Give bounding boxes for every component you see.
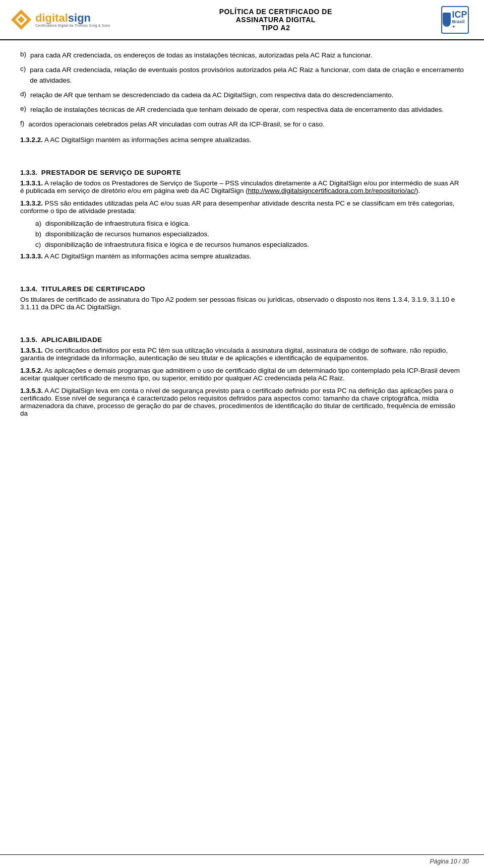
section-133-heading: 1.3.3. Prestador de Serviço de Suporte bbox=[20, 169, 464, 176]
section-134-body: Os titulares de certificado de assinatur… bbox=[20, 296, 455, 311]
section-133-title: Prestador de Serviço de Suporte bbox=[41, 169, 182, 176]
list-content-b: para cada AR credenciada, os endereços d… bbox=[30, 50, 464, 61]
list-label-b: b) bbox=[20, 50, 26, 61]
icp-logo: ICP Brasil ✦ bbox=[441, 6, 469, 34]
list-label-c: c) bbox=[20, 65, 26, 86]
header-title: Política de Certificado de Assinatura Di… bbox=[110, 8, 441, 32]
list-item-d: d) relação de AR que tenham se descreden… bbox=[20, 90, 464, 101]
section-1332-number: 1.3.3.2. bbox=[20, 199, 43, 207]
logo-sign: sign bbox=[68, 12, 91, 24]
list-content-c: para cada AR credenciada, relação de eve… bbox=[30, 65, 464, 86]
page: digitalsign Certificadora Digital da Tho… bbox=[0, 0, 484, 868]
title-line1: Política de Certificado de bbox=[120, 8, 431, 16]
list-label-e: e) bbox=[20, 105, 26, 115]
section-135-number: 1.3.5. bbox=[20, 336, 37, 344]
sub-label-b: b) bbox=[35, 230, 41, 238]
list-item-c: c) para cada AR credenciada, relação de … bbox=[20, 65, 464, 86]
list-item-f: f) acordos operacionais celebrados pelas… bbox=[20, 119, 464, 130]
sub-content-b: disponibilização de recursos humanos esp… bbox=[45, 230, 209, 238]
section-133-number: 1.3.3. bbox=[20, 169, 37, 176]
section-1332: 1.3.3.2. PSS são entidades utilizadas pe… bbox=[20, 199, 464, 215]
section-1352: 1.3.5.2. As aplicações e demais programa… bbox=[20, 367, 464, 382]
footer-page-number: Página 10 / 30 bbox=[430, 858, 469, 865]
sub-content-a: disponibilização de infraestrutura físic… bbox=[45, 220, 190, 227]
sub-list-item-b: b) disponibilização de recursos humanos … bbox=[35, 230, 464, 238]
title-line3: Tipo A2 bbox=[120, 24, 431, 32]
spacer-2 bbox=[20, 265, 464, 274]
sub-list-item-c: c) disponibilização de infraestrutura fí… bbox=[35, 241, 464, 248]
header: digitalsign Certificadora Digital da Tho… bbox=[0, 0, 484, 40]
footer: Página 10 / 30 bbox=[0, 854, 484, 868]
section-1322: 1.3.2.2. A AC DigitalSign mantém as info… bbox=[20, 136, 464, 144]
title-line2: Assinatura Digital bbox=[120, 16, 431, 24]
section-1351-body: Os certificados definidos por esta PC tê… bbox=[20, 347, 448, 362]
section-1353-number: 1.3.5.3. bbox=[20, 387, 43, 394]
content: b) para cada AR credenciada, os endereço… bbox=[0, 40, 484, 452]
sub-label-a: a) bbox=[35, 220, 41, 227]
section-134-text: Os titulares de certificado de assinatur… bbox=[20, 296, 464, 311]
sub-label-c: c) bbox=[35, 241, 41, 248]
list-content-f: acordos operacionais celebrados pelas AR… bbox=[28, 119, 464, 130]
sub-list-item-a: a) disponibilização de infraestrutura fí… bbox=[35, 220, 464, 227]
section-1333-body: A AC DigitalSign mantém as informações a… bbox=[44, 252, 251, 260]
section-1352-number: 1.3.5.2. bbox=[20, 367, 43, 374]
section-135-title: Aplicabilidade bbox=[41, 336, 102, 344]
section-1322-body: A AC DigitalSign mantém as informações a… bbox=[44, 136, 251, 144]
icp-brasil: Brasil bbox=[452, 19, 464, 24]
section-1331-text: A relação de todos os Prestadores de Ser… bbox=[20, 179, 459, 194]
header-logo: digitalsign Certificadora Digital da Tho… bbox=[10, 9, 110, 31]
list-content-d: relação de AR que tenham se descredencia… bbox=[30, 90, 464, 101]
logo-icon bbox=[10, 9, 32, 31]
section-135-heading: 1.3.5. Aplicabilidade bbox=[20, 336, 464, 344]
section-134-number: 1.3.4. bbox=[20, 285, 37, 293]
digitalsign-logo: digitalsign Certificadora Digital da Tho… bbox=[10, 9, 110, 31]
list-content-e: relação de instalações técnicas de AR cr… bbox=[30, 105, 464, 115]
list-item-b: b) para cada AR credenciada, os endereço… bbox=[20, 50, 464, 61]
section-1353-body: A AC DigitalSign leva em conta o nível d… bbox=[20, 387, 455, 417]
section-1351: 1.3.5.1. Os certificados definidos por e… bbox=[20, 347, 464, 362]
section-1352-body: As aplicações e demais programas que adm… bbox=[20, 367, 460, 382]
section-1333: 1.3.3.3. A AC DigitalSign mantém as info… bbox=[20, 252, 464, 260]
section-1333-number: 1.3.3.3. bbox=[20, 252, 43, 260]
spacer-3 bbox=[20, 316, 464, 325]
list-label-f: f) bbox=[20, 119, 24, 130]
section-1331-link[interactable]: http://www.digitalsigncertificadora.com.… bbox=[248, 187, 416, 194]
section-134-title: Titulares de Certificado bbox=[41, 285, 145, 293]
section-1332-body: PSS são entidades utilizadas pela AC e/o… bbox=[20, 199, 455, 215]
icp-stars: ✦ bbox=[452, 24, 456, 29]
icp-logo-container: ICP Brasil ✦ bbox=[441, 6, 469, 34]
section-1353: 1.3.5.3. A AC DigitalSign leva em conta … bbox=[20, 387, 464, 417]
section-1351-number: 1.3.5.1. bbox=[20, 347, 43, 354]
icp-text: ICP bbox=[452, 10, 467, 19]
logo-subtitle: Certificadora Digital da Thomas Greg & S… bbox=[35, 24, 110, 27]
section-134-heading: 1.3.4. Titulares de Certificado bbox=[20, 285, 464, 293]
section-1331-number: 1.3.3.1. bbox=[20, 179, 43, 187]
list-label-d: d) bbox=[20, 90, 26, 101]
section-1322-number: 1.3.2.2. bbox=[20, 136, 43, 144]
logo-text: digitalsign Certificadora Digital da Tho… bbox=[35, 13, 110, 27]
logo-digital: digital bbox=[35, 12, 68, 24]
spacer-1 bbox=[20, 149, 464, 158]
section-1331: 1.3.3.1. A relação de todos os Prestador… bbox=[20, 179, 464, 194]
sub-content-c: disponibilização de infraestrutura físic… bbox=[45, 241, 309, 248]
list-item-e: e) relação de instalações técnicas de AR… bbox=[20, 105, 464, 115]
sub-list: a) disponibilização de infraestrutura fí… bbox=[35, 220, 464, 248]
